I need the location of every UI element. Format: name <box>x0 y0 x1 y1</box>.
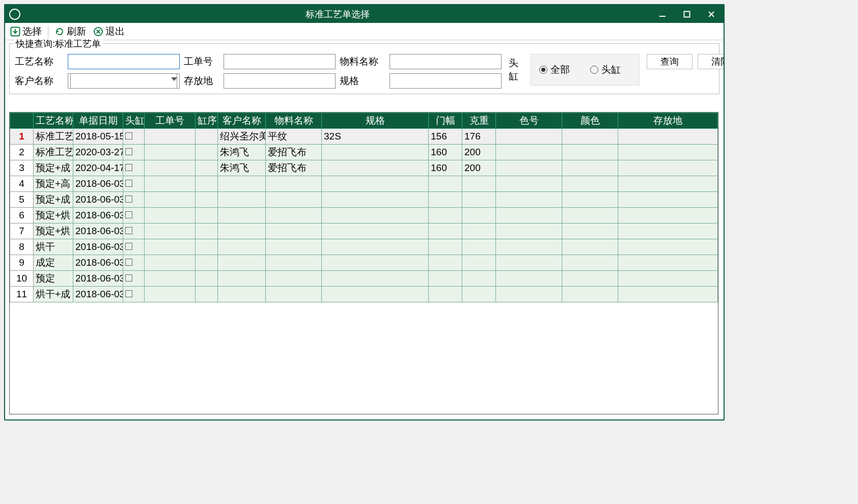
query-button[interactable]: 查询 <box>647 54 693 69</box>
cell-wo[interactable] <box>145 129 196 145</box>
cell-cust[interactable] <box>218 239 266 255</box>
cell-spec[interactable] <box>322 271 429 287</box>
cell-date[interactable]: 2020-03-27 <box>73 145 123 160</box>
cell-vat[interactable] <box>123 223 145 239</box>
col-mat[interactable]: 物料名称 <box>266 113 322 129</box>
cell-weight[interactable]: 176 <box>462 129 496 145</box>
storage-input[interactable] <box>224 73 336 89</box>
cell-width[interactable] <box>429 287 462 302</box>
cell-date[interactable]: 2018-06-03 <box>73 192 123 208</box>
table-row[interactable]: 7预定+烘2018-06-03 <box>10 223 718 239</box>
clear-button[interactable]: 清除 <box>698 54 725 69</box>
cell-date[interactable]: 2018-06-03 <box>73 255 123 271</box>
cell-mat[interactable] <box>266 208 322 223</box>
cell-seq[interactable] <box>196 223 218 239</box>
cell-storage[interactable] <box>618 176 718 192</box>
col-cust[interactable]: 客户名称 <box>218 113 266 129</box>
cell-vat[interactable] <box>123 192 145 208</box>
cell-color[interactable] <box>562 239 618 255</box>
cell-cust[interactable] <box>218 287 266 302</box>
cell-seq[interactable] <box>196 208 218 223</box>
checkbox-icon[interactable] <box>125 148 132 155</box>
cell-spec[interactable] <box>322 223 429 239</box>
cell-width[interactable] <box>429 255 462 271</box>
radio-head-vat[interactable]: 头缸 <box>590 63 621 76</box>
cell-color[interactable] <box>562 192 618 208</box>
cell-storage[interactable] <box>618 287 718 302</box>
cell-width[interactable] <box>429 176 462 192</box>
cell-wo[interactable] <box>145 239 196 255</box>
exit-button[interactable]: 退出 <box>91 25 127 38</box>
cell-seq[interactable] <box>196 271 218 287</box>
cell-cust[interactable] <box>218 255 266 271</box>
cell-date[interactable]: 2018-06-03 <box>73 271 123 287</box>
maximize-button[interactable] <box>675 5 699 23</box>
cell-colorno[interactable] <box>496 160 562 176</box>
cell-wo[interactable] <box>145 208 196 223</box>
col-storage[interactable]: 存放地 <box>618 113 718 129</box>
checkbox-icon[interactable] <box>125 164 132 171</box>
cell-wo[interactable] <box>145 160 196 176</box>
process-name-input[interactable] <box>68 54 180 69</box>
cell-storage[interactable] <box>618 239 718 255</box>
table-row[interactable]: 11烘干+成2018-06-03 <box>10 287 718 302</box>
cell-seq[interactable] <box>196 176 218 192</box>
table-row[interactable]: 10预定2018-06-03 <box>10 271 718 287</box>
cell-storage[interactable] <box>618 145 718 160</box>
cell-vat[interactable] <box>123 255 145 271</box>
cell-cust[interactable] <box>218 176 266 192</box>
refresh-button[interactable]: 刷新 <box>52 25 88 38</box>
cell-weight[interactable] <box>462 208 496 223</box>
cell-mat[interactable] <box>266 192 322 208</box>
cell-weight[interactable] <box>462 287 496 302</box>
cell-colorno[interactable] <box>496 208 562 223</box>
cell-spec[interactable] <box>322 160 429 176</box>
cell-seq[interactable] <box>196 255 218 271</box>
cell-colorno[interactable] <box>496 239 562 255</box>
radio-all[interactable]: 全部 <box>539 63 570 76</box>
cell-mat[interactable] <box>266 223 322 239</box>
cell-weight[interactable]: 200 <box>462 160 496 176</box>
col-date[interactable]: 单据日期 <box>73 113 123 129</box>
cell-wo[interactable] <box>145 223 196 239</box>
cell-width[interactable] <box>429 208 462 223</box>
cell-weight[interactable] <box>462 176 496 192</box>
cell-mat[interactable]: 爱招飞布 <box>266 160 322 176</box>
cell-process[interactable]: 预定+高 <box>34 176 73 192</box>
cell-wo[interactable] <box>145 145 196 160</box>
cell-width[interactable] <box>429 223 462 239</box>
customer-combo[interactable] <box>68 73 180 89</box>
cell-date[interactable]: 2018-06-03 <box>73 176 123 192</box>
cell-color[interactable] <box>562 223 618 239</box>
table-row[interactable]: 1标准工艺2018-05-15绍兴圣尔美平纹32S156176 <box>10 129 718 145</box>
table-row[interactable]: 8烘干2018-06-03 <box>10 239 718 255</box>
cell-vat[interactable] <box>123 239 145 255</box>
table-row[interactable]: 6预定+烘2018-06-03 <box>10 208 718 223</box>
col-width[interactable]: 门幅 <box>429 113 462 129</box>
cell-date[interactable]: 2018-06-03 <box>73 239 123 255</box>
cell-date[interactable]: 2018-06-03 <box>73 287 123 302</box>
cell-colorno[interactable] <box>496 287 562 302</box>
cell-mat[interactable]: 爱招飞布 <box>266 145 322 160</box>
cell-width[interactable] <box>429 271 462 287</box>
table-row[interactable]: 5预定+成2018-06-03 <box>10 192 718 208</box>
cell-vat[interactable] <box>123 287 145 302</box>
cell-process[interactable]: 预定+成 <box>34 192 73 208</box>
spec-input[interactable] <box>390 73 502 89</box>
cell-date[interactable]: 2018-06-03 <box>73 223 123 239</box>
cell-colorno[interactable] <box>496 129 562 145</box>
cell-mat[interactable] <box>266 255 322 271</box>
cell-process[interactable]: 预定+烘 <box>34 208 73 223</box>
cell-spec[interactable] <box>322 176 429 192</box>
cell-mat[interactable] <box>266 287 322 302</box>
cell-weight[interactable] <box>462 271 496 287</box>
cell-colorno[interactable] <box>496 176 562 192</box>
cell-date[interactable]: 2018-06-03 <box>73 208 123 223</box>
col-colorno[interactable]: 色号 <box>496 113 562 129</box>
cell-spec[interactable] <box>322 239 429 255</box>
cell-storage[interactable] <box>618 223 718 239</box>
cell-colorno[interactable] <box>496 223 562 239</box>
cell-wo[interactable] <box>145 192 196 208</box>
cell-process[interactable]: 烘干 <box>34 239 73 255</box>
cell-vat[interactable] <box>123 129 145 145</box>
